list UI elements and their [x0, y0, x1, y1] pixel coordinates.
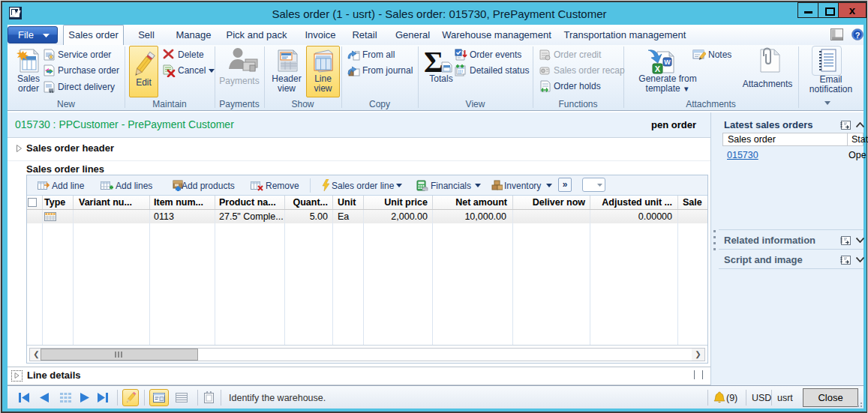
svg-text:?: ? — [855, 31, 860, 40]
svg-text:W: W — [664, 58, 671, 66]
svg-text:X: X — [655, 64, 661, 73]
